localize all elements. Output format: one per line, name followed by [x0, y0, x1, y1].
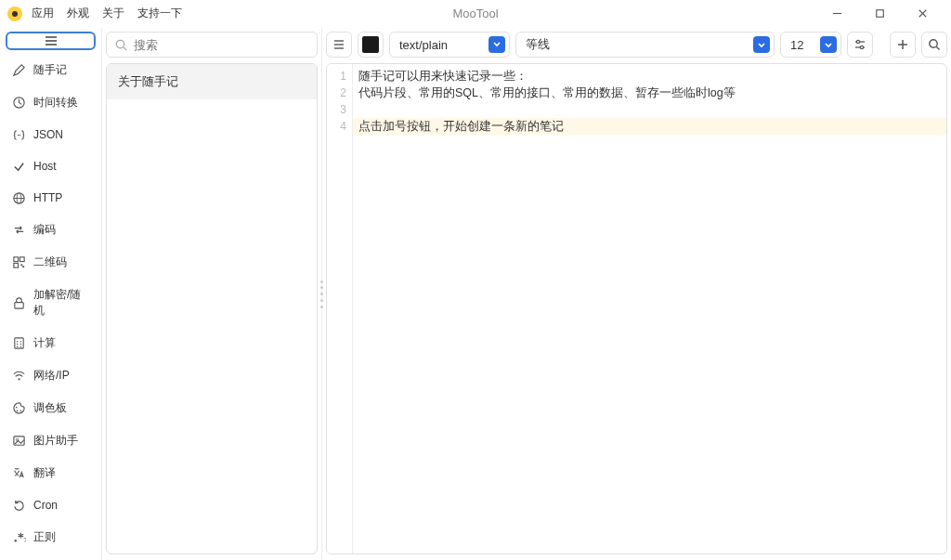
svg-rect-17 — [22, 266, 24, 267]
font-family-value: 等线 — [526, 36, 550, 53]
tool-item-translate[interactable]: 翻译 — [6, 457, 96, 489]
code-line: 随手记可以用来快速记录一些： — [353, 68, 946, 85]
splitter-handle[interactable] — [320, 280, 324, 308]
pencil-icon — [11, 63, 26, 78]
menu-support[interactable]: 支持一下 — [137, 6, 182, 21]
tool-item-label: JSON — [33, 128, 63, 141]
close-button[interactable] — [901, 0, 944, 28]
tool-item-calc[interactable]: 计算 — [6, 327, 96, 359]
font-family-select[interactable]: 等线 — [515, 32, 775, 58]
app-logo — [7, 7, 22, 21]
find-button[interactable] — [921, 32, 947, 58]
svg-point-9 — [19, 134, 20, 136]
svg-point-21 — [20, 341, 21, 343]
swap-icon — [11, 223, 26, 238]
svg-rect-18 — [14, 302, 22, 308]
dropdown-icon — [753, 36, 770, 53]
code-content[interactable]: 随手记可以用来快速记录一些：代码片段、常用的SQL、常用的接口、常用的数据、暂存… — [353, 64, 946, 553]
tool-item-json[interactable]: JSON — [6, 119, 96, 150]
sidebar-collapse-button[interactable] — [6, 555, 96, 560]
tool-item-globe[interactable]: HTTP — [6, 182, 96, 214]
tool-item-swap[interactable]: 编码 — [6, 214, 96, 246]
tool-item-label: 调色板 — [33, 400, 67, 416]
tool-item-label: 加解密/随机 — [33, 287, 90, 319]
line-number: 1 — [327, 68, 352, 85]
translate-icon — [11, 466, 26, 481]
svg-point-24 — [16, 346, 18, 348]
dropdown-icon — [489, 36, 505, 53]
svg-line-35 — [124, 46, 126, 49]
tool-item-check[interactable]: Host — [6, 150, 96, 182]
qrcode-icon — [11, 255, 26, 270]
svg-rect-13 — [13, 257, 18, 262]
tool-item-regex[interactable]: ?正则 — [6, 521, 96, 553]
color-swatch-icon — [362, 36, 379, 53]
tool-item-label: 编码 — [33, 222, 56, 238]
palette-icon — [11, 401, 26, 416]
tool-item-palette[interactable]: 调色板 — [6, 392, 96, 424]
tool-item-refresh[interactable]: Cron — [6, 489, 96, 521]
lock-icon — [11, 295, 26, 310]
line-number: 2 — [327, 85, 352, 101]
regex-icon: ? — [11, 530, 26, 545]
line-number: 3 — [327, 101, 352, 118]
svg-rect-15 — [13, 263, 18, 267]
minimize-button[interactable] — [815, 0, 858, 28]
note-item[interactable]: 关于随手记 — [107, 64, 317, 99]
svg-rect-19 — [14, 338, 22, 348]
tool-item-wifi[interactable]: 网络/IP — [6, 359, 96, 392]
svg-line-46 — [936, 46, 939, 49]
svg-point-27 — [15, 407, 17, 409]
content-type-select[interactable]: text/plain — [389, 32, 510, 58]
svg-point-32 — [14, 540, 16, 541]
menu-app[interactable]: 应用 — [32, 6, 54, 21]
hamburger-icon — [44, 33, 59, 48]
tool-item-label: 随手记 — [33, 62, 67, 78]
maximize-button[interactable] — [858, 0, 901, 28]
dropdown-icon — [820, 36, 837, 53]
clock-icon — [11, 96, 26, 111]
minimize-icon — [830, 7, 844, 20]
wifi-icon — [11, 369, 26, 384]
tool-item-pencil[interactable]: 随手记 — [6, 54, 96, 86]
svg-point-8 — [17, 134, 19, 136]
svg-point-23 — [20, 344, 21, 345]
tool-item-label: 图片助手 — [33, 433, 78, 449]
tool-item-label: Cron — [33, 499, 58, 512]
tool-item-qrcode[interactable]: 二维码 — [6, 246, 96, 279]
code-editor[interactable]: 1234 随手记可以用来快速记录一些：代码片段、常用的SQL、常用的接口、常用的… — [326, 63, 947, 554]
search-input[interactable] — [134, 38, 309, 52]
editor-panel: text/plain 等线 12 — [322, 28, 951, 560]
svg-point-40 — [856, 40, 859, 43]
tools-sidebar: 随手记时间转换JSONHostHTTP编码二维码加解密/随机计算网络/IP调色板… — [0, 28, 102, 560]
svg-rect-14 — [20, 257, 24, 262]
tool-item-lock[interactable]: 加解密/随机 — [6, 279, 96, 327]
refresh-icon — [11, 498, 26, 513]
plus-icon — [895, 37, 910, 52]
search-icon — [114, 38, 128, 52]
search-field[interactable] — [106, 32, 318, 58]
window-controls — [815, 0, 944, 28]
list-toggle-button[interactable] — [326, 32, 352, 58]
tool-item-label: 二维码 — [33, 254, 67, 270]
main-layout: 随手记时间转换JSONHostHTTP编码二维码加解密/随机计算网络/IP调色板… — [0, 28, 951, 560]
menu-theme[interactable]: 外观 — [67, 6, 89, 21]
sidebar-toggle-button[interactable] — [6, 32, 96, 50]
font-size-select[interactable]: 12 — [780, 32, 841, 58]
svg-point-42 — [860, 46, 863, 48]
svg-point-34 — [116, 40, 124, 47]
tool-item-label: 正则 — [33, 529, 56, 545]
color-swatch-button[interactable] — [358, 32, 384, 58]
sliders-icon — [853, 37, 867, 52]
close-icon — [916, 7, 930, 20]
tool-item-clock[interactable]: 时间转换 — [6, 86, 96, 119]
tool-item-image[interactable]: 图片助手 — [6, 424, 96, 457]
add-note-button[interactable] — [890, 32, 916, 58]
code-line — [353, 101, 946, 118]
search-icon — [927, 37, 942, 52]
settings-button[interactable] — [847, 32, 873, 58]
check-icon — [11, 159, 26, 174]
svg-point-22 — [16, 344, 18, 345]
code-line: 代码片段、常用的SQL、常用的接口、常用的数据、暂存一些临时log等 — [353, 85, 946, 101]
menu-about[interactable]: 关于 — [102, 6, 124, 21]
